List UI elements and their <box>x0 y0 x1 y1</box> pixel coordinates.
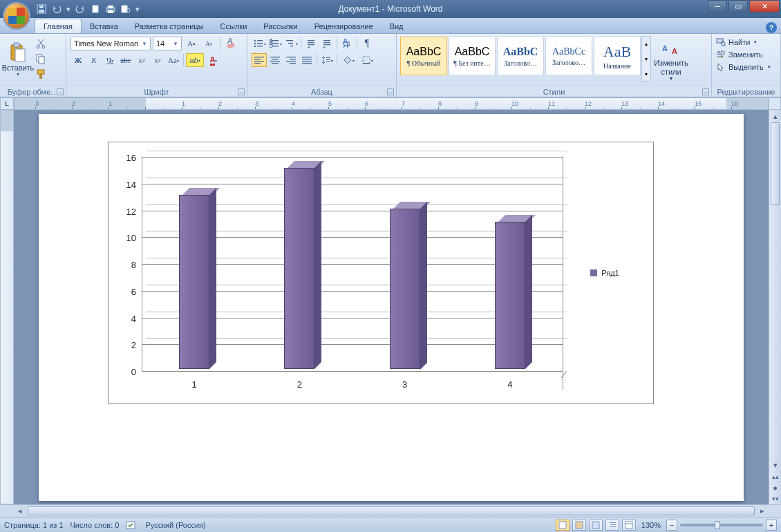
tab-home[interactable]: Главная <box>35 19 82 33</box>
maximize-button[interactable]: ▭ <box>728 0 748 12</box>
view-full-screen-icon[interactable] <box>572 520 586 531</box>
zoom-level[interactable]: 130% <box>641 521 661 529</box>
subscript-button[interactable]: x2 <box>134 53 149 67</box>
view-web-layout-icon[interactable] <box>589 520 603 531</box>
vertical-ruler[interactable] <box>0 110 14 504</box>
status-page[interactable]: Страница: 1 из 1 <box>4 521 64 529</box>
group-font-label: Шрифт⌵ <box>66 87 247 97</box>
svg-rect-62 <box>363 57 370 64</box>
zoom-out-button[interactable]: − <box>666 520 677 531</box>
minimize-button[interactable]: ─ <box>708 0 727 12</box>
vscroll-thumb[interactable] <box>771 122 780 205</box>
font-family-combo[interactable]: Times New Roman▼ <box>70 37 151 50</box>
hscroll-thumb[interactable] <box>28 506 755 515</box>
status-words[interactable]: Число слов: 0 <box>70 521 120 529</box>
tab-page-layout[interactable]: Разметка страницы <box>126 19 212 33</box>
sort-button[interactable]: AЯ <box>339 37 355 50</box>
svg-rect-36 <box>308 42 314 43</box>
replace-button[interactable]: abЗаменить <box>715 49 764 60</box>
line-spacing-button[interactable]: ▾ <box>319 53 335 67</box>
qat-preview-icon[interactable] <box>119 2 133 16</box>
strikethrough-button[interactable]: abc <box>118 53 133 67</box>
qat-print-icon[interactable] <box>104 2 117 16</box>
qat-dropdown-icon[interactable]: ▾ <box>65 2 72 16</box>
paragraph-launcher-icon[interactable]: ⌵ <box>387 88 394 95</box>
tab-references[interactable]: Ссылки <box>212 19 256 33</box>
qat-customize-icon[interactable]: ▾ <box>134 2 141 16</box>
document-area[interactable]: 0246810121416 1234 Ряд1 <box>14 110 769 504</box>
chart-object[interactable]: 0246810121416 1234 Ряд1 <box>108 142 654 404</box>
cut-button[interactable] <box>33 37 48 50</box>
qat-save-icon[interactable] <box>35 2 48 16</box>
font-launcher-icon[interactable]: ⌵ <box>238 88 245 95</box>
select-button[interactable]: Выделить▾ <box>715 61 772 73</box>
font-color-button[interactable]: A▾ <box>205 53 223 67</box>
superscript-button[interactable]: x2 <box>150 53 165 67</box>
scroll-down-icon[interactable]: ▾ <box>769 459 781 471</box>
copy-button[interactable] <box>33 52 48 66</box>
prev-page-icon[interactable]: ▴▴ <box>769 471 781 482</box>
underline-button[interactable]: Ч▾ <box>102 53 117 67</box>
align-center-button[interactable] <box>267 53 283 67</box>
scroll-right-icon[interactable]: ▸ <box>756 505 769 517</box>
multilevel-list-button[interactable]: ▾ <box>283 37 299 50</box>
increase-indent-button[interactable] <box>319 37 335 50</box>
shrink-font-button[interactable]: A▾ <box>201 37 216 50</box>
style-heading2[interactable]: AaBbCcЗаголово… <box>545 37 592 75</box>
find-button[interactable]: Найти▾ <box>715 37 758 48</box>
align-right-button[interactable] <box>283 53 299 67</box>
clear-formatting-button[interactable]: A <box>224 37 239 50</box>
style-gallery[interactable]: AaBbC¶ Обычный AaBbC¶ Без инте… AaBbCЗаг… <box>399 36 641 76</box>
shading-button[interactable]: ▾ <box>339 53 357 67</box>
borders-button[interactable]: ▾ <box>358 53 376 67</box>
align-left-button[interactable] <box>252 53 267 67</box>
font-size-combo[interactable]: 14▼ <box>153 37 182 50</box>
horizontal-ruler[interactable]: 321123456789101112131415161718 <box>14 97 769 110</box>
close-button[interactable]: ✕ <box>749 0 780 12</box>
qat-new-icon[interactable] <box>88 2 102 16</box>
style-heading1[interactable]: AaBbCЗаголово… <box>497 37 544 75</box>
view-draft-icon[interactable] <box>622 520 636 531</box>
status-proofing-icon[interactable] <box>126 520 138 530</box>
bold-button[interactable]: Ж <box>70 53 86 67</box>
ruler-corner[interactable]: L <box>0 97 14 110</box>
show-marks-button[interactable]: ¶ <box>359 37 375 50</box>
help-icon[interactable]: ? <box>766 22 777 33</box>
tab-insert[interactable]: Вставка <box>82 19 126 33</box>
zoom-in-button[interactable]: + <box>766 520 777 531</box>
styles-launcher-icon[interactable]: ⌵ <box>702 88 709 95</box>
view-outline-icon[interactable] <box>605 520 619 531</box>
style-title[interactable]: AaBНазвание <box>594 37 641 75</box>
next-page-icon[interactable]: ▾▾ <box>769 493 781 504</box>
numbering-button[interactable]: 123▾ <box>267 37 283 50</box>
browse-object-icon[interactable]: ● <box>769 482 781 493</box>
bullets-button[interactable]: ▾ <box>252 37 267 50</box>
style-normal[interactable]: AaBbC¶ Обычный <box>400 37 447 75</box>
qat-undo-icon[interactable] <box>50 2 64 16</box>
tab-view[interactable]: Вид <box>382 19 412 33</box>
scroll-up-icon[interactable]: ▴ <box>769 110 781 122</box>
change-styles-button[interactable]: AA Изменить стили▼ <box>651 36 691 82</box>
format-painter-button[interactable] <box>33 67 48 81</box>
view-print-layout-icon[interactable] <box>556 520 570 531</box>
style-no-spacing[interactable]: AaBbC¶ Без инте… <box>449 37 496 75</box>
qat-redo-icon[interactable] <box>73 2 87 16</box>
scroll-left-icon[interactable]: ◂ <box>14 505 26 517</box>
change-case-button[interactable]: Aa▾ <box>166 53 181 67</box>
clipboard-launcher-icon[interactable]: ⌵ <box>57 88 64 95</box>
paste-button[interactable]: Вставить ▼ <box>3 36 33 82</box>
tab-review[interactable]: Рецензирование <box>306 19 382 33</box>
highlight-button[interactable]: ab▾ <box>186 53 204 67</box>
grow-font-button[interactable]: A▴ <box>184 37 199 50</box>
zoom-slider[interactable] <box>680 524 763 526</box>
horizontal-scrollbar[interactable]: ◂ ▸ <box>0 504 781 517</box>
vertical-scrollbar[interactable]: ▴ ▾ ▴▴ ● ▾▾ <box>769 110 781 504</box>
ruler-toggle-icon[interactable] <box>769 97 781 110</box>
italic-button[interactable]: К <box>86 53 102 67</box>
style-gallery-scroll[interactable]: ▴▾▾ <box>641 36 651 82</box>
status-language[interactable]: Русский (Россия) <box>145 521 205 529</box>
tab-mailings[interactable]: Рассылки <box>255 19 305 33</box>
office-button[interactable] <box>3 2 30 30</box>
justify-button[interactable] <box>299 53 314 67</box>
decrease-indent-button[interactable] <box>303 37 319 50</box>
